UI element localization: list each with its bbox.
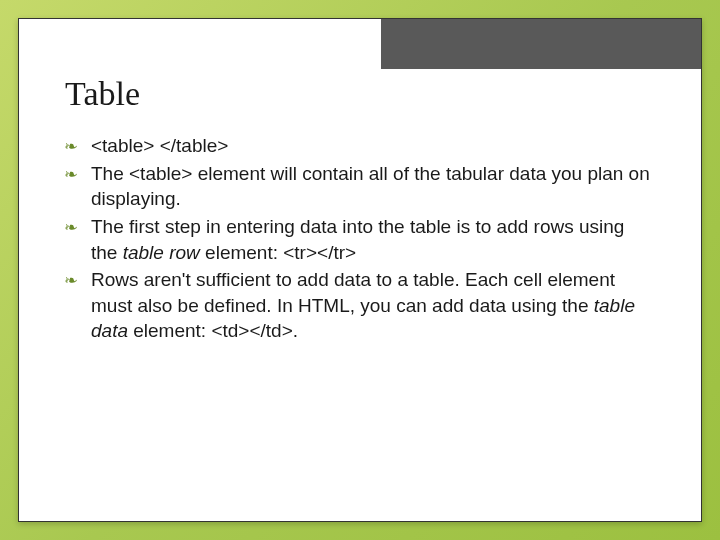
leaf-bullet-icon: ❧ <box>64 165 78 184</box>
bullet-text-part: element: <td></td>. <box>128 320 298 341</box>
leaf-bullet-icon: ❧ <box>64 271 78 290</box>
bullet-text-part: Rows aren't sufficient to add data to a … <box>91 269 615 316</box>
slide-content: Table ❧ <table> </table> ❧ The <table> e… <box>19 19 701 376</box>
leaf-bullet-icon: ❧ <box>64 218 78 237</box>
bullet-text-part: element: <tr></tr> <box>200 242 356 263</box>
bullet-item: ❧ Rows aren't sufficient to add data to … <box>65 267 655 344</box>
bullet-text: <table> </table> <box>91 135 228 156</box>
slide-title: Table <box>65 75 655 113</box>
bullet-item: ❧ The <table> element will contain all o… <box>65 161 655 212</box>
slide-container: Table ❧ <table> </table> ❧ The <table> e… <box>18 18 702 522</box>
leaf-bullet-icon: ❧ <box>64 137 78 156</box>
header-accent-block <box>381 19 701 69</box>
bullet-item: ❧ The first step in entering data into t… <box>65 214 655 265</box>
bullet-text: The <table> element will contain all of … <box>91 163 650 210</box>
bullet-item: ❧ <table> </table> <box>65 133 655 159</box>
slide-body: ❧ <table> </table> ❧ The <table> element… <box>65 133 655 344</box>
bullet-text-italic: table row <box>123 242 200 263</box>
